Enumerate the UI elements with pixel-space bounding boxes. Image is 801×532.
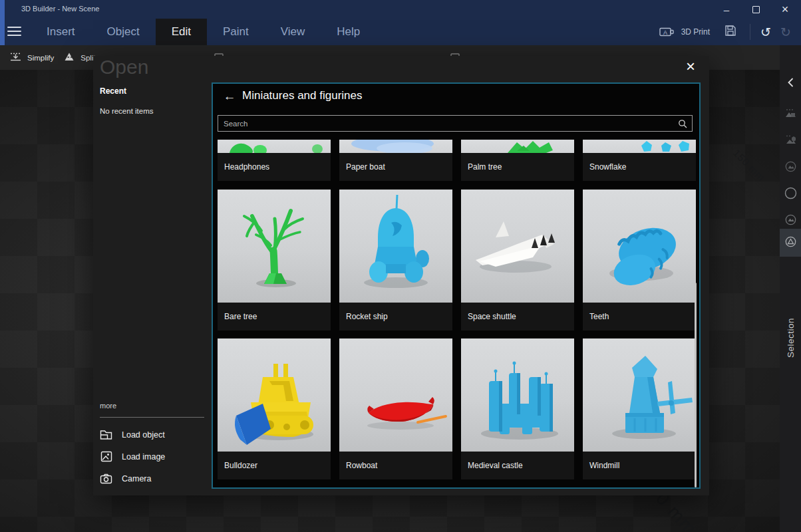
library-title: Miniatures and figurines — [242, 89, 362, 102]
maximize-button[interactable] — [741, 0, 770, 19]
3d-print-button[interactable]: A 3D Print — [650, 19, 717, 45]
dialog-close-button[interactable]: × — [680, 56, 701, 77]
chevron-left-icon — [787, 78, 794, 90]
search-box — [218, 115, 693, 132]
menu-tab-view[interactable]: View — [265, 19, 321, 45]
window-controls: – × — [712, 0, 800, 19]
action-label: Load object — [122, 430, 165, 440]
image-icon — [100, 450, 112, 463]
back-button[interactable]: ← — [221, 88, 238, 105]
menu-tab-object[interactable]: Object — [91, 19, 156, 45]
sidebar-tool-button[interactable] — [780, 129, 801, 153]
toolbar-item-split[interactable]: Split — [64, 52, 95, 63]
titlebar: 3D Builder - New Scene – × — [0, 0, 801, 19]
3d-builder-window: 150 mm 150 mm 3D Builder - New Scene – ×… — [0, 0, 801, 532]
paper-boat-thumbnail — [339, 140, 452, 153]
window-title: 3D Builder - New Scene — [21, 5, 99, 13]
camera-button[interactable]: Camera — [100, 467, 206, 489]
minimize-button[interactable]: – — [712, 0, 741, 19]
library-row-1: Bare treeRocket shipSpace shuttleTeeth — [218, 190, 696, 331]
rowboat-thumbnail — [339, 338, 452, 452]
bulldozer-thumbnail — [218, 338, 331, 452]
item-label: Bulldozer — [218, 452, 331, 479]
save-icon — [724, 25, 736, 39]
menu-tab-insert[interactable]: Insert — [31, 19, 91, 45]
save-button[interactable] — [721, 19, 740, 45]
item-label: Headphones — [218, 153, 331, 181]
close-button[interactable]: × — [770, 0, 800, 19]
item-label: Medieval castle — [461, 452, 574, 479]
toolbar-item-simplify[interactable]: Simplify — [10, 52, 54, 63]
search-input[interactable] — [218, 116, 692, 131]
palm-tree-thumbnail — [461, 140, 574, 153]
sidebar-tool-button[interactable] — [780, 156, 801, 180]
recent-empty-text: No recent items — [100, 107, 154, 115]
scrollbar-thumb[interactable] — [695, 283, 697, 487]
library-item-paper-boat[interactable]: Paper boat — [339, 140, 452, 181]
library-item-palm-tree[interactable]: Palm tree — [461, 140, 574, 181]
sidebar-tool-button[interactable] — [780, 102, 801, 126]
teeth-thumbnail — [583, 190, 696, 303]
item-label: Palm tree — [461, 153, 574, 181]
svg-text:A: A — [663, 29, 667, 36]
load-image-button[interactable]: Load image — [100, 446, 206, 467]
headphones-thumbnail — [218, 140, 331, 153]
selection-tool-icon — [785, 236, 796, 250]
library-item-rowboat[interactable]: Rowboat — [339, 338, 452, 479]
library-item-bare-tree[interactable]: Bare tree — [218, 190, 331, 331]
minimize-icon: – — [724, 4, 729, 15]
medieval-castle-thumbnail — [461, 338, 574, 452]
sphere-tool-icon — [784, 187, 797, 202]
scene-tool-icon-2 — [785, 135, 796, 148]
maximize-icon — [752, 6, 760, 13]
library-grid: HeadphonesPaper boatPalm treeSnowflakeBa… — [218, 140, 696, 485]
recent-section-header: Recent — [100, 86, 126, 96]
3d-print-label: 3D Print — [681, 27, 710, 37]
bare-tree-thumbnail — [218, 190, 331, 303]
more-link[interactable]: more — [100, 402, 116, 410]
sidebar-tool-button[interactable] — [780, 182, 801, 206]
undo-button[interactable]: ↺ — [756, 19, 776, 45]
library-item-headphones[interactable]: Headphones — [218, 140, 331, 181]
load-object-button[interactable]: Load object — [100, 424, 206, 446]
item-label: Windmill — [583, 452, 696, 479]
sidebar-tool-selection-active[interactable] — [780, 229, 801, 257]
windmill-thumbnail — [583, 338, 696, 452]
hamburger-menu-button[interactable] — [7, 25, 21, 37]
camera-icon — [100, 472, 112, 485]
close-icon: × — [686, 57, 695, 76]
space-shuttle-thumbnail — [461, 190, 574, 303]
sidebar-collapse-button[interactable] — [780, 72, 801, 96]
library-row-2: BulldozerRowboatMedieval castleWindmill — [218, 338, 696, 479]
item-label: Snowflake — [583, 153, 696, 181]
item-label: Teeth — [583, 303, 696, 331]
stamp-tool-icon — [785, 161, 796, 175]
snowflake-thumbnail — [583, 140, 696, 153]
library-item-teeth[interactable]: Teeth — [583, 190, 696, 331]
action-label: Camera — [122, 474, 151, 483]
action-label: Load image — [122, 452, 165, 462]
library-item-bulldozer[interactable]: Bulldozer — [218, 338, 331, 479]
folder-icon — [100, 428, 112, 441]
item-label: Space shuttle — [461, 303, 574, 331]
library-item-space-shuttle[interactable]: Space shuttle — [461, 190, 574, 331]
dialog-divider — [100, 417, 204, 418]
library-row-partial: HeadphonesPaper boatPalm treeSnowflake — [218, 140, 696, 181]
library-item-windmill[interactable]: Windmill — [583, 338, 696, 479]
menu-tab-edit[interactable]: Edit — [156, 19, 207, 45]
3d-print-icon: A — [657, 19, 677, 45]
redo-button[interactable]: ↻ — [776, 19, 796, 45]
toolbar-item-label: Simplify — [27, 54, 54, 62]
library-item-medieval-castle[interactable]: Medieval castle — [461, 338, 574, 479]
menu-tab-paint[interactable]: Paint — [207, 19, 265, 45]
item-label: Bare tree — [218, 303, 331, 331]
library-item-snowflake[interactable]: Snowflake — [583, 140, 696, 181]
dialog-title: Open — [100, 56, 148, 78]
back-arrow-icon: ← — [224, 89, 236, 104]
menu-tab-help[interactable]: Help — [321, 19, 376, 45]
undo-icon: ↺ — [760, 25, 771, 40]
split-icon — [64, 52, 75, 63]
library-item-rocket-ship[interactable]: Rocket ship — [339, 190, 452, 331]
redo-icon: ↻ — [780, 25, 791, 40]
scene-tool-icon-1 — [785, 108, 796, 121]
